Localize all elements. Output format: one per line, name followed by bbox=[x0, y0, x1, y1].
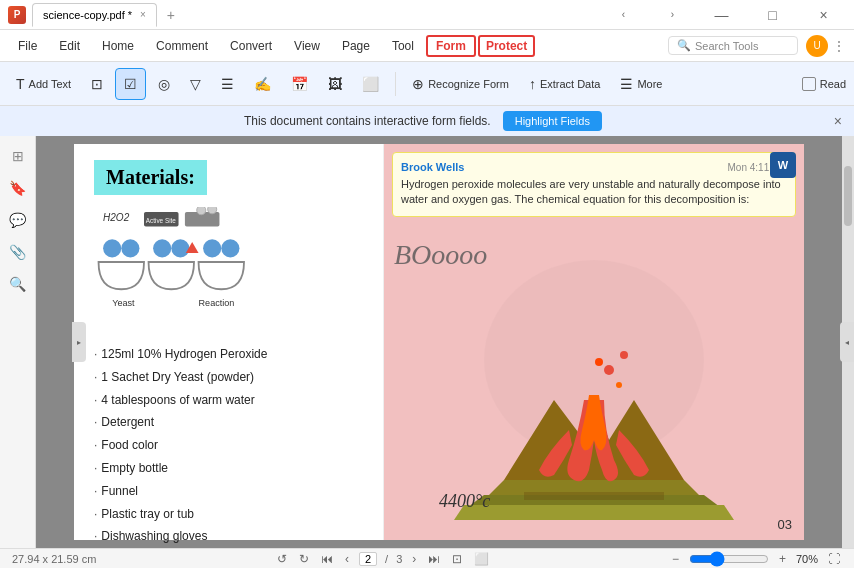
status-bar: 27.94 x 21.59 cm ↺ ↻ ⏮ ‹ / 3 › ⏭ ⊡ ⬜ − +… bbox=[0, 548, 854, 568]
menu-protect[interactable]: Protect bbox=[478, 35, 535, 57]
image-tool-button[interactable]: 🖼 bbox=[320, 68, 350, 100]
notification-text: This document contains interactive form … bbox=[244, 114, 491, 128]
listbox-tool-button[interactable]: ☰ bbox=[213, 68, 242, 100]
menu-home[interactable]: Home bbox=[92, 35, 144, 57]
select-tool-button[interactable]: ⊡ bbox=[83, 68, 111, 100]
menu-tool[interactable]: Tool bbox=[382, 35, 424, 57]
current-page-input[interactable] bbox=[359, 552, 377, 566]
materials-list: · 125ml 10% Hydrogen Peroxide · 1 Sachet… bbox=[94, 343, 363, 548]
svg-point-8 bbox=[153, 239, 171, 257]
select-icon: ⊡ bbox=[91, 76, 103, 92]
window-controls: ‹ › — □ × bbox=[601, 0, 846, 30]
status-center: ↺ ↻ ⏮ ‹ / 3 › ⏭ ⊡ ⬜ bbox=[275, 552, 491, 566]
sidebar-attachment-icon[interactable]: 📎 bbox=[6, 240, 30, 264]
sidebar-bookmark-icon[interactable]: 🔖 bbox=[6, 176, 30, 200]
maximize-button[interactable]: □ bbox=[750, 0, 795, 30]
last-page-button[interactable]: ⏭ bbox=[426, 552, 442, 566]
button-tool-button[interactable]: ⬜ bbox=[354, 68, 387, 100]
checkbox-tool-button[interactable]: ☑ bbox=[115, 68, 146, 100]
add-text-button[interactable]: T Add Text bbox=[8, 68, 79, 100]
scrollbar-thumb[interactable] bbox=[844, 166, 852, 226]
fit-page-button[interactable]: ⊡ bbox=[450, 552, 464, 566]
page-right: W Brook Wells Mon 4:11 PM Hydrogen perox… bbox=[384, 144, 804, 540]
svg-text:H2O2: H2O2 bbox=[103, 212, 130, 223]
zoom-level: 70% bbox=[796, 553, 818, 565]
recognize-label: Recognize Form bbox=[428, 78, 509, 90]
title-bar-left: P science-copy.pdf * × + bbox=[8, 3, 601, 27]
total-pages: 3 bbox=[396, 553, 402, 565]
menu-convert[interactable]: Convert bbox=[220, 35, 282, 57]
list-item: · Dishwashing gloves bbox=[94, 525, 363, 548]
rotate-left-button[interactable]: ↺ bbox=[275, 552, 289, 566]
form-toolbar: T Add Text ⊡ ☑ ◎ ▽ ☰ ✍ 📅 🖼 ⬜ ⊕ Recognize… bbox=[0, 62, 854, 106]
recognize-form-button[interactable]: ⊕ Recognize Form bbox=[404, 68, 517, 100]
user-avatar-icon[interactable]: U bbox=[806, 35, 828, 57]
more-icon: ☰ bbox=[620, 76, 633, 92]
sidebar-search-icon[interactable]: 🔍 bbox=[6, 272, 30, 296]
menu-edit[interactable]: Edit bbox=[49, 35, 90, 57]
list-item: · Food color bbox=[94, 434, 363, 457]
list-item: · Plastic tray or tub bbox=[94, 503, 363, 526]
first-page-button[interactable]: ⏮ bbox=[319, 552, 335, 566]
tab-area: science-copy.pdf * × + bbox=[32, 3, 181, 27]
highlight-fields-button[interactable]: Highlight Fields bbox=[503, 111, 602, 131]
notification-close-button[interactable]: × bbox=[834, 113, 842, 129]
close-button[interactable]: × bbox=[801, 0, 846, 30]
zoom-out-button[interactable]: − bbox=[670, 552, 681, 566]
menu-view[interactable]: View bbox=[284, 35, 330, 57]
read-toggle[interactable]: Read bbox=[802, 77, 846, 91]
next-page-button[interactable]: › bbox=[410, 552, 418, 566]
svg-marker-19 bbox=[454, 505, 734, 520]
signature-tool-button[interactable]: ✍ bbox=[246, 68, 279, 100]
menu-form[interactable]: Form bbox=[426, 35, 476, 57]
recognize-icon: ⊕ bbox=[412, 76, 424, 92]
rotate-right-button[interactable]: ↻ bbox=[297, 552, 311, 566]
image-icon: 🖼 bbox=[328, 76, 342, 92]
materials-heading: Materials: bbox=[94, 160, 207, 195]
svg-point-6 bbox=[103, 239, 121, 257]
list-item: · 1 Sachet Dry Yeast (powder) bbox=[94, 366, 363, 389]
tab-close-button[interactable]: × bbox=[140, 9, 146, 20]
back-button[interactable]: ‹ bbox=[601, 0, 646, 30]
svg-point-4 bbox=[197, 207, 206, 215]
search-icon: 🔍 bbox=[677, 39, 691, 52]
main-tab[interactable]: science-copy.pdf * × bbox=[32, 3, 157, 27]
extract-label: Extract Data bbox=[540, 78, 601, 90]
right-collapse-button[interactable]: ◂ bbox=[840, 322, 854, 362]
tab-label: science-copy.pdf * bbox=[43, 9, 132, 21]
menu-page[interactable]: Page bbox=[332, 35, 380, 57]
more-button[interactable]: ☰ More bbox=[612, 68, 670, 100]
svg-text:Yeast: Yeast bbox=[112, 298, 135, 308]
date-tool-button[interactable]: 📅 bbox=[283, 68, 316, 100]
fullscreen-button[interactable]: ⛶ bbox=[826, 552, 842, 566]
comment-text: Hydrogen peroxide molecules are very uns… bbox=[401, 177, 787, 208]
fit-width-button[interactable]: ⬜ bbox=[472, 552, 491, 566]
word-icon: W bbox=[770, 152, 796, 178]
dropdown-tool-button[interactable]: ▽ bbox=[182, 68, 209, 100]
listbox-icon: ☰ bbox=[221, 76, 234, 92]
extract-data-button[interactable]: ↑ Extract Data bbox=[521, 68, 609, 100]
comment-box: Brook Wells Mon 4:11 PM Hydrogen peroxid… bbox=[392, 152, 796, 217]
main-layout: ⊞ 🔖 💬 📎 🔍 ▸ Materials: H2O2 bbox=[0, 136, 854, 548]
sidebar-pages-icon[interactable]: ⊞ bbox=[6, 144, 30, 168]
radio-tool-button[interactable]: ◎ bbox=[150, 68, 178, 100]
document-dimensions: 27.94 x 21.59 cm bbox=[12, 553, 96, 565]
list-item: · 125ml 10% Hydrogen Peroxide bbox=[94, 343, 363, 366]
prev-page-button[interactable]: ‹ bbox=[343, 552, 351, 566]
sidebar-comment-icon[interactable]: 💬 bbox=[6, 208, 30, 232]
left-collapse-button[interactable]: ▸ bbox=[72, 322, 86, 362]
minimize-button[interactable]: — bbox=[699, 0, 744, 30]
svg-point-5 bbox=[208, 207, 217, 214]
content-area: ▸ Materials: H2O2 Active S bbox=[36, 136, 854, 548]
left-sidebar: ⊞ 🔖 💬 📎 🔍 bbox=[0, 136, 36, 548]
more-label: More bbox=[637, 78, 662, 90]
forward-button[interactable]: › bbox=[650, 0, 695, 30]
list-item: · Empty bottle bbox=[94, 457, 363, 480]
menu-file[interactable]: File bbox=[8, 35, 47, 57]
svg-point-23 bbox=[595, 358, 603, 366]
menu-comment[interactable]: Comment bbox=[146, 35, 218, 57]
zoom-in-button[interactable]: + bbox=[777, 552, 788, 566]
new-tab-button[interactable]: + bbox=[161, 5, 181, 25]
read-checkbox[interactable] bbox=[802, 77, 816, 91]
zoom-slider[interactable] bbox=[689, 551, 769, 567]
